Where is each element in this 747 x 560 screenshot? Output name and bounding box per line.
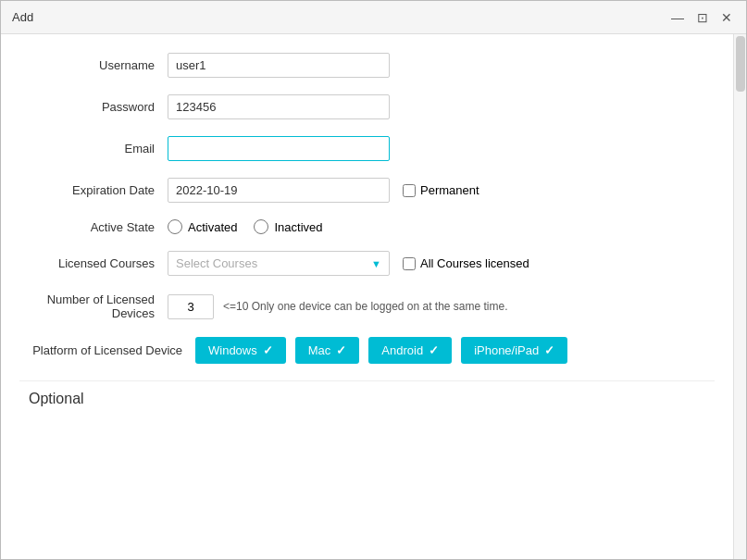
optional-title: Optional	[19, 391, 84, 406]
iphone-label: iPhone/iPad	[474, 343, 539, 357]
active-state-label: Active State	[19, 220, 168, 234]
select-courses-dropdown[interactable]: Select Courses ▼	[168, 251, 390, 276]
titlebar: Add — ⊡ ✕	[1, 1, 746, 34]
num-devices-row: Number of LicensedDevices <=10 Only one …	[19, 292, 715, 320]
platform-row: Platform of Licensed Device Windows ✓ Ma…	[19, 337, 715, 364]
licensed-courses-row: Licensed Courses Select Courses ▼ All Co…	[19, 251, 715, 276]
inactived-radio[interactable]	[254, 219, 268, 234]
email-label: Email	[19, 142, 168, 156]
platform-buttons: Windows ✓ Mac ✓ Android ✓ iPhone/iPad ✓	[195, 337, 567, 364]
scrollbar[interactable]	[733, 34, 746, 559]
mac-label: Mac	[308, 343, 331, 357]
dropdown-arrow-icon: ▼	[371, 258, 381, 269]
username-input[interactable]	[168, 53, 390, 78]
expiration-row: Expiration Date Permanent	[19, 178, 715, 203]
iphone-platform-button[interactable]: iPhone/iPad ✓	[461, 337, 567, 364]
active-state-group: Activated Inactived	[168, 219, 323, 234]
licensed-courses-label: Licensed Courses	[19, 256, 168, 270]
email-row: Email	[19, 136, 715, 161]
windows-check-icon: ✓	[263, 343, 273, 357]
expiration-label: Expiration Date	[19, 183, 168, 197]
password-label: Password	[19, 100, 168, 114]
username-row: Username	[19, 53, 715, 78]
num-devices-hint: <=10 Only one device can be logged on at…	[223, 300, 508, 313]
maximize-button[interactable]: ⊡	[694, 11, 711, 24]
username-label: Username	[19, 58, 168, 72]
password-input[interactable]	[168, 94, 390, 119]
window-controls: — ⊡ ✕	[668, 11, 735, 24]
num-devices-input[interactable]	[168, 294, 214, 319]
android-check-icon: ✓	[429, 343, 439, 357]
select-courses-text: Select Courses	[176, 256, 257, 270]
mac-check-icon: ✓	[336, 343, 346, 357]
close-button[interactable]: ✕	[718, 11, 735, 24]
num-devices-controls: <=10 Only one device can be logged on at…	[168, 294, 508, 319]
minimize-button[interactable]: —	[668, 11, 687, 24]
window-title: Add	[12, 10, 33, 24]
android-platform-button[interactable]: Android ✓	[368, 337, 452, 364]
courses-controls: Select Courses ▼ All Courses licensed	[168, 251, 529, 276]
scrollbar-thumb[interactable]	[736, 36, 745, 92]
permanent-label: Permanent	[420, 183, 479, 197]
windows-label: Windows	[208, 343, 257, 357]
inactived-option: Inactived	[254, 219, 322, 234]
inactived-label: Inactived	[274, 220, 322, 234]
expiration-controls: Permanent	[168, 178, 479, 203]
platform-label: Platform of Licensed Device	[19, 343, 195, 357]
activated-radio[interactable]	[168, 219, 182, 234]
all-courses-checkbox[interactable]	[403, 257, 416, 270]
password-row: Password	[19, 94, 715, 119]
activated-label: Activated	[188, 220, 237, 234]
mac-platform-button[interactable]: Mac ✓	[295, 337, 360, 364]
all-courses-group: All Courses licensed	[403, 256, 529, 270]
iphone-check-icon: ✓	[544, 343, 554, 357]
active-state-row: Active State Activated Inactived	[19, 219, 715, 234]
windows-platform-button[interactable]: Windows ✓	[195, 337, 286, 364]
activated-option: Activated	[168, 219, 237, 234]
email-input[interactable]	[168, 136, 390, 161]
permanent-group: Permanent	[403, 183, 479, 197]
add-user-window: Add — ⊡ ✕ Username Password Email Expira…	[0, 0, 747, 560]
expiration-input[interactable]	[168, 178, 390, 203]
num-devices-label: Number of LicensedDevices	[19, 292, 168, 320]
android-label: Android	[381, 343, 423, 357]
permanent-checkbox[interactable]	[403, 184, 416, 197]
optional-section: Optional	[19, 380, 715, 407]
form-content: Username Password Email Expiration Date …	[1, 34, 746, 559]
all-courses-label: All Courses licensed	[420, 256, 529, 270]
